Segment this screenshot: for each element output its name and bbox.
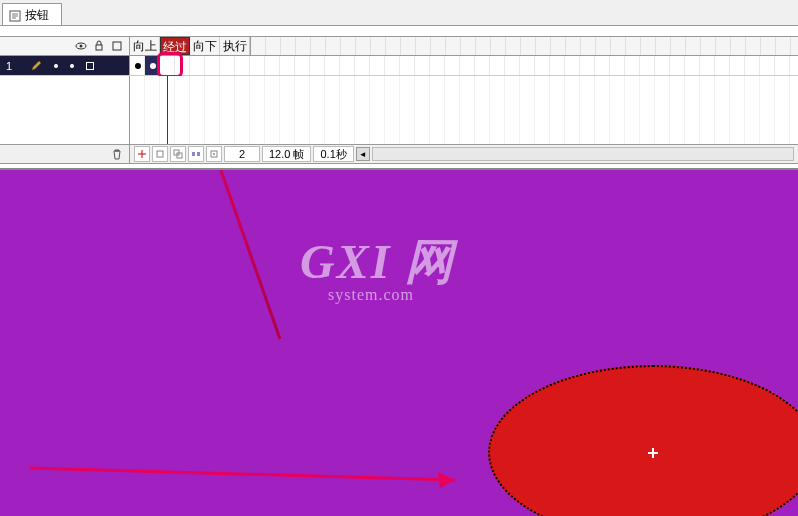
- timeline-scrollbar[interactable]: [372, 147, 794, 161]
- outline-square[interactable]: [86, 62, 94, 70]
- stage-canvas[interactable]: GXI 网 system.com: [0, 170, 798, 516]
- marker-button[interactable]: [206, 146, 222, 162]
- keyframe-up[interactable]: [130, 56, 145, 75]
- frame-ruler[interactable]: [251, 37, 798, 55]
- timeline-body: [0, 76, 798, 144]
- scroll-left-button[interactable]: ◄: [356, 147, 370, 161]
- state-down[interactable]: 向下: [190, 37, 220, 55]
- button-state-labels: 向上 经过 向下 执行: [130, 37, 251, 55]
- watermark-logo: GXI 网: [300, 230, 455, 294]
- layers-empty: [0, 76, 130, 144]
- drawn-ellipse-shape[interactable]: [488, 365, 798, 516]
- svg-rect-9: [197, 152, 200, 156]
- state-over[interactable]: 经过: [160, 37, 190, 55]
- svg-line-14: [30, 468, 455, 480]
- layer-header-icons: [0, 37, 130, 55]
- state-hit[interactable]: 执行: [220, 37, 250, 55]
- playhead[interactable]: [167, 76, 168, 144]
- svg-line-12: [190, 170, 280, 339]
- frames-area[interactable]: [130, 56, 798, 75]
- outline-icon[interactable]: [111, 40, 123, 52]
- watermark: GXI 网 system.com: [300, 230, 455, 304]
- lock-icon[interactable]: [93, 40, 105, 52]
- registration-point-icon: [648, 448, 658, 458]
- timeline-footer: 2 12.0 帧 0.1秒 ◄: [0, 144, 798, 164]
- timeline-header: 向上 经过 向下 执行: [0, 36, 798, 56]
- tab-label: 按钮: [25, 7, 49, 24]
- keyframe-dot-icon: [135, 63, 141, 69]
- layer-number: 1: [6, 60, 18, 72]
- svg-point-11: [213, 153, 215, 155]
- fps-display: 12.0 帧: [262, 146, 311, 162]
- tab-button-symbol[interactable]: 按钮: [2, 3, 62, 25]
- keyframe-over[interactable]: [145, 56, 160, 75]
- watermark-url: system.com: [328, 286, 455, 304]
- layer-info[interactable]: 1: [0, 56, 130, 75]
- svg-rect-5: [157, 151, 163, 157]
- annotation-arrow-1: [0, 170, 500, 494]
- trash-icon[interactable]: [111, 148, 123, 160]
- elapsed-time-display: 0.1秒: [313, 146, 353, 162]
- spacer: [0, 26, 798, 36]
- visibility-dot[interactable]: [54, 64, 58, 68]
- keyframe-dot-icon: [150, 63, 156, 69]
- eye-icon[interactable]: [75, 40, 87, 52]
- onion-outline-button[interactable]: [170, 146, 186, 162]
- svg-point-2: [80, 45, 83, 48]
- svg-rect-8: [192, 152, 195, 156]
- state-up[interactable]: 向上: [130, 37, 160, 55]
- current-frame-display: 2: [224, 146, 260, 162]
- lock-dot[interactable]: [70, 64, 74, 68]
- svg-rect-3: [96, 45, 102, 50]
- svg-rect-4: [113, 42, 121, 50]
- document-icon: [9, 10, 21, 22]
- layer-row: 1: [0, 56, 798, 76]
- onion-skin-button[interactable]: [152, 146, 168, 162]
- document-tabs: 按钮: [0, 0, 798, 26]
- edit-frames-button[interactable]: [188, 146, 204, 162]
- pencil-icon: [30, 60, 42, 72]
- center-frame-button[interactable]: [134, 146, 150, 162]
- frames-empty[interactable]: [130, 76, 798, 144]
- playback-controls: 2 12.0 帧 0.1秒 ◄: [130, 145, 798, 163]
- annotation-highlight: [157, 52, 183, 78]
- layer-tools: [0, 145, 130, 163]
- svg-marker-15: [438, 472, 455, 488]
